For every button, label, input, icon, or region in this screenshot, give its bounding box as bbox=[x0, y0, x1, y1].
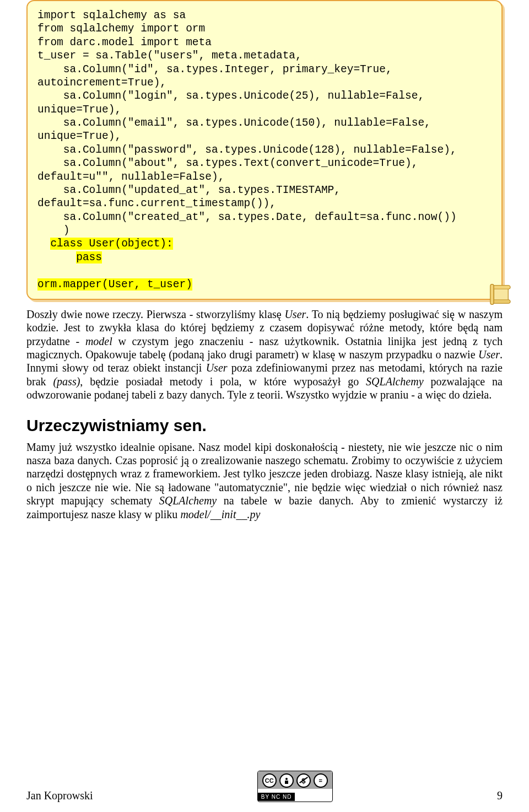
scroll-icon bbox=[485, 280, 514, 309]
italic-text: model bbox=[85, 335, 112, 347]
paragraph: Doszły dwie nowe rzeczy. Pierwsza - stwo… bbox=[26, 308, 503, 402]
code-content: import sqlalchemy as safrom sqlalchemy i… bbox=[37, 9, 492, 291]
nc-icon: $ bbox=[296, 773, 311, 788]
italic-text: User bbox=[284, 308, 306, 320]
section-heading: Urzeczywistniamy sen. bbox=[26, 416, 503, 435]
italic-text: SQLAlchemy bbox=[366, 375, 423, 388]
code-line: sa.Column("password", sa.types.Unicode(1… bbox=[37, 143, 492, 157]
italic-text: User bbox=[206, 362, 228, 374]
text: , będzie posiadał metody i pola, w które… bbox=[80, 375, 366, 388]
code-line: ) bbox=[37, 224, 492, 237]
highlight-text: pass bbox=[76, 251, 102, 264]
italic-text: (pass) bbox=[53, 375, 80, 388]
code-line: t_user = sa.Table("users", meta.metadata… bbox=[37, 49, 492, 62]
code-line: sa.Column("login", sa.types.Unicode(25),… bbox=[37, 89, 492, 116]
code-line: sa.Column("id", sa.types.Integer, primar… bbox=[37, 63, 492, 90]
cc-icons-row: CC $ = bbox=[258, 771, 332, 789]
cc-text: BY NC ND bbox=[258, 793, 295, 801]
italic-text: SQLAlchemy bbox=[159, 494, 217, 507]
footer-page-number: 9 bbox=[497, 789, 503, 802]
code-block: import sqlalchemy as safrom sqlalchemy i… bbox=[26, 0, 503, 300]
highlight-text: class User(object): bbox=[50, 238, 172, 250]
nd-icon: = bbox=[314, 773, 328, 788]
text: Doszły dwie nowe rzeczy. Pierwsza - stwo… bbox=[26, 308, 284, 320]
code-line: from darc.model import meta bbox=[37, 36, 492, 49]
code-line-highlight: orm.mapper(User, t_user) bbox=[37, 278, 492, 291]
cc-icon: CC bbox=[262, 773, 277, 788]
highlight-text: orm.mapper(User, t_user) bbox=[37, 278, 192, 291]
code-line: from sqlalchemy import orm bbox=[37, 22, 492, 35]
italic-text: model/__init__.py bbox=[180, 508, 260, 520]
by-icon bbox=[279, 773, 294, 788]
code-line: sa.Column("created_at", sa.types.Date, d… bbox=[37, 211, 492, 224]
code-line: sa.Column("email", sa.types.Unicode(150)… bbox=[37, 116, 492, 143]
cc-license-badge: CC $ = BY NC ND bbox=[257, 771, 333, 802]
code-line: sa.Column("about", sa.types.Text(convert… bbox=[37, 157, 492, 184]
footer-author: Jan Koprowski bbox=[26, 789, 93, 802]
svg-point-0 bbox=[285, 778, 288, 780]
code-line bbox=[37, 264, 492, 277]
code-line: import sqlalchemy as sa bbox=[37, 9, 492, 22]
code-line-highlight: class User(object): bbox=[37, 237, 492, 250]
code-line: sa.Column("updated_at", sa.types.TIMESTA… bbox=[37, 184, 492, 211]
page-footer: Jan Koprowski CC $ = BY NC ND 9 bbox=[26, 771, 503, 802]
italic-text: User bbox=[478, 348, 500, 361]
paragraph: Mamy już wszystko idealnie opisane. Nasz… bbox=[26, 440, 503, 521]
code-line-highlight: pass bbox=[37, 251, 492, 264]
